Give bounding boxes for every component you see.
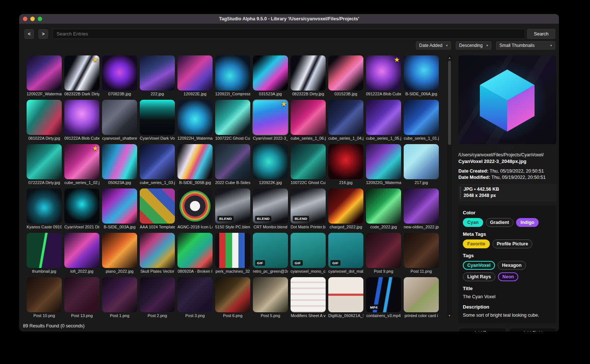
grid-item[interactable]: printed color card i [404, 277, 439, 318]
thumbnail-image[interactable]: ★ [64, 55, 99, 91]
thumbnail-image[interactable] [215, 100, 250, 135]
add-field-button[interactable]: Add Field [509, 328, 557, 331]
thumbnail-image[interactable] [27, 100, 62, 135]
thumbnail-image[interactable] [328, 144, 363, 179]
close-window-icon[interactable] [23, 17, 27, 21]
grid-item[interactable]: ★CyanVoxel 2022-3_2048px.jpg [253, 100, 288, 141]
thumbnail-image[interactable] [328, 277, 363, 312]
thumbnail-image[interactable] [404, 55, 439, 91]
grid-item[interactable]: 120922H_Watermark [177, 100, 213, 141]
back-button[interactable]: < [24, 29, 34, 39]
tag-pill[interactable]: Light Rays [463, 272, 495, 281]
grid-item[interactable]: B-SIDE_005B.jpg [177, 144, 213, 185]
thumbnail-image[interactable]: GIF [253, 233, 288, 268]
thumbnail-image[interactable] [140, 55, 175, 91]
thumbnail-image[interactable]: BLEND [291, 188, 326, 224]
thumbnail-image[interactable] [177, 100, 213, 135]
grid-item[interactable]: cube_series_1_06.jpg [291, 100, 326, 141]
grid-item[interactable]: CyanVoxel 2021 Dis [64, 188, 99, 229]
grid-item[interactable]: 120922G_Watermark [366, 144, 401, 185]
grid-item[interactable]: cube_series_1_05.jpg [366, 100, 401, 141]
grid-item[interactable]: new-oldies_2022.jpg [404, 188, 439, 229]
grid-item[interactable]: Post 10.png [27, 277, 62, 318]
sort-order-dropdown[interactable]: Descending ▾ [456, 41, 491, 50]
thumbnail-size-dropdown[interactable]: Small Thumbnails ▾ [496, 41, 555, 50]
thumbnail-image[interactable] [102, 188, 137, 224]
grid-item[interactable]: 216.jpg [328, 144, 363, 185]
scroll-down-icon[interactable]: ▼ [447, 313, 452, 318]
grid-item[interactable]: 091222A Blob Cube [64, 100, 99, 141]
thumbnail-image[interactable] [140, 188, 175, 224]
forward-button[interactable]: > [38, 29, 48, 39]
thumbnail-image[interactable]: GIF [291, 233, 326, 268]
thumbnail-image[interactable] [102, 277, 137, 312]
grid-item[interactable]: BLENDCRT Monitor.blend [253, 188, 288, 229]
grid-item[interactable]: Skull Plates Vector [140, 233, 175, 274]
file-name[interactable]: CyanVoxel 2022-3_2048px.jpg [458, 158, 556, 164]
thumbnail-image[interactable]: ★ [64, 144, 99, 179]
grid-item[interactable]: 120922I_Compressed [215, 55, 250, 96]
thumbnail-image[interactable] [291, 55, 326, 91]
grid-item[interactable]: 217.jpg [404, 144, 439, 185]
thumbnail-image[interactable] [102, 144, 137, 179]
thumbnail-image[interactable] [27, 277, 62, 312]
grid-item[interactable]: charged_2022.jpg [328, 188, 363, 229]
thumbnail-image[interactable] [27, 144, 62, 179]
grid-item[interactable]: cube_series_1_04.jpg [328, 100, 363, 141]
thumbnail-image[interactable]: ★ [253, 100, 288, 135]
grid-item[interactable]: MP4containers_v3.mp4 [366, 277, 401, 318]
thumbnail-image[interactable] [291, 277, 326, 312]
thumbnail-image[interactable] [140, 277, 175, 312]
search-input[interactable] [52, 29, 525, 39]
tag-pill[interactable]: CyanVoxel [463, 261, 495, 270]
thumbnail-image[interactable] [177, 188, 213, 224]
thumbnail-image[interactable] [404, 144, 439, 179]
minimize-window-icon[interactable] [30, 17, 35, 21]
grid-item[interactable]: 120922E.jpg [177, 55, 213, 96]
grid-item[interactable]: CyanVoxel Dark Vox [140, 100, 175, 141]
thumbnail-image[interactable] [215, 55, 250, 91]
grid-item[interactable]: Post 13.png [64, 277, 99, 318]
thumbnail-image[interactable] [177, 277, 213, 312]
thumbnail-image[interactable] [102, 55, 137, 91]
grid-item[interactable]: AAA 1024 Template [140, 188, 175, 229]
grid-item[interactable]: Post 3.png [177, 277, 213, 318]
thumbnail-image[interactable] [366, 144, 401, 179]
thumbnail-image[interactable] [215, 144, 250, 179]
grid-item[interactable]: Post 11.png [404, 233, 439, 274]
grid-item[interactable]: AGNC-2018 Icon Lo [177, 188, 213, 229]
tag-pill[interactable]: Profile Picture [492, 239, 533, 248]
grid-item[interactable]: 120922K.jpg [253, 144, 288, 185]
tag-pill[interactable]: Favorite [463, 239, 490, 248]
scrollbar-thumb[interactable] [448, 61, 451, 145]
thumbnail-image[interactable] [253, 277, 288, 312]
grid-item[interactable]: lofi_2022.jpg [64, 233, 99, 274]
thumbnail-image[interactable] [27, 233, 62, 268]
grid-item[interactable]: GIFretro_pc_green@3x [253, 233, 288, 274]
thumbnail-image[interactable] [215, 277, 250, 312]
thumbnail-image[interactable] [366, 188, 401, 224]
thumbnail-image[interactable] [253, 55, 288, 91]
field-value[interactable]: The Cyan Voxel [463, 294, 552, 300]
grid-item[interactable]: 081022A Dirty.jpg [27, 100, 62, 141]
grid-item[interactable]: Post 1.png [102, 277, 137, 318]
grid-item[interactable]: Post 9.png [366, 233, 401, 274]
tag-pill[interactable]: Neon [498, 272, 518, 281]
thumbnail-image[interactable] [366, 233, 401, 268]
grid-item[interactable]: 2022 Cube B-Sides [215, 144, 250, 185]
grid-item[interactable]: B-SIDE_006A.jpg [404, 55, 439, 96]
sort-field-dropdown[interactable]: Date Added ▾ [416, 41, 451, 50]
thumbnail-image[interactable] [404, 188, 439, 224]
grid-item[interactable]: 222.jpg [140, 55, 175, 96]
thumbnail-image[interactable] [64, 188, 99, 224]
thumbnail-image[interactable] [140, 144, 175, 179]
grid-item[interactable]: 120922F_Watermark [27, 55, 62, 96]
thumbnail-image[interactable] [177, 55, 213, 91]
grid-item[interactable]: 031523A.jpg [253, 55, 288, 96]
scroll-up-icon[interactable]: ▲ [447, 55, 452, 60]
thumbnail-image[interactable] [64, 100, 99, 135]
thumbnail-image[interactable] [366, 100, 401, 135]
thumbnail-image[interactable] [404, 277, 439, 312]
grid-item[interactable]: ★cube_series_1_02.jpg [64, 144, 99, 185]
thumbnail-image[interactable] [253, 144, 288, 179]
